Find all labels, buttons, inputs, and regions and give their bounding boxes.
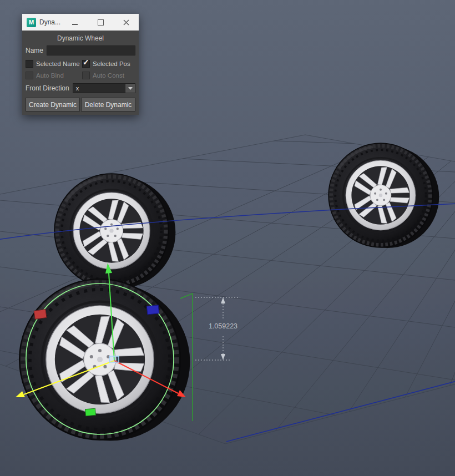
- maya-app-icon: M: [27, 18, 36, 27]
- maximize-button[interactable]: [88, 14, 113, 31]
- name-input[interactable]: [47, 45, 135, 55]
- wheel-object-back-left[interactable]: [54, 174, 175, 288]
- wheel-object-selected[interactable]: [19, 279, 190, 440]
- window-titlebar[interactable]: M Dyna...: [22, 14, 139, 31]
- dimension-arrow-up: [221, 297, 225, 303]
- checkbox-label: Selected Pos: [93, 60, 130, 67]
- distance-measurement-label: 1.059223: [209, 322, 237, 330]
- close-button[interactable]: [113, 14, 139, 31]
- maximize-icon: [98, 19, 104, 26]
- checkbox-box: [26, 60, 33, 68]
- checkbox-label: Auto Bind: [36, 72, 64, 79]
- front-direction-value: x: [73, 83, 125, 93]
- front-direction-label: Front Direction: [26, 84, 69, 92]
- dialog-header: Dynamic Wheel: [26, 33, 135, 45]
- dialog-body: Dynamic Wheel Name Selected Name ✓ Selec…: [22, 31, 139, 115]
- nurbs-curve-lower[interactable]: [226, 380, 455, 442]
- checkbox-box: [82, 72, 90, 79]
- distance-dimension: 1.059223: [195, 297, 240, 360]
- marker-box-blue[interactable]: [146, 305, 159, 315]
- dropdown-arrow-button[interactable]: [125, 83, 135, 93]
- delete-dynamic-button[interactable]: Delete Dynamic: [81, 98, 135, 112]
- dynamic-wheel-window: M Dyna... Dynamic Wheel Name: [22, 14, 139, 115]
- window-title: Dyna...: [39, 18, 62, 26]
- checkbox-label: Selected Name: [36, 60, 80, 67]
- create-dynamic-button[interactable]: Create Dynamic: [26, 98, 80, 112]
- checkbox-box: ✓: [82, 60, 90, 68]
- checkbox-selected-name[interactable]: Selected Name: [26, 60, 82, 68]
- manipulator-z-arrowhead[interactable]: [16, 391, 25, 397]
- wheel-object-right[interactable]: [328, 143, 439, 248]
- checkbox-selected-pos[interactable]: ✓ Selected Pos: [82, 60, 135, 68]
- checkbox-auto-bind: Auto Bind: [26, 72, 82, 79]
- checkbox-box: [26, 72, 33, 79]
- checkbox-auto-const: Auto Const: [82, 72, 135, 79]
- checkbox-label: Auto Const: [93, 72, 124, 79]
- front-direction-dropdown[interactable]: x: [73, 83, 135, 93]
- close-icon: [123, 19, 129, 26]
- name-label: Name: [26, 47, 47, 54]
- checkmark-icon: ✓: [83, 58, 89, 67]
- marker-box-red[interactable]: [34, 310, 47, 320]
- minimize-icon: [72, 24, 78, 25]
- dimension-arrow-down: [221, 354, 225, 360]
- marker-box-green[interactable]: [85, 408, 96, 416]
- chevron-down-icon: [128, 87, 133, 90]
- maya-application: 1.059223 M Dyna... Dynamic Wheel Na: [0, 0, 455, 476]
- minimize-button[interactable]: [62, 14, 88, 31]
- manipulator-center-handle[interactable]: [109, 356, 119, 362]
